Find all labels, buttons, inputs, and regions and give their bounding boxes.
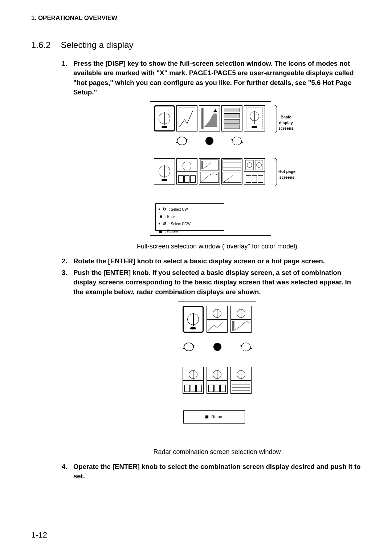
combo-cell-6 xyxy=(230,367,252,394)
svg-rect-5 xyxy=(201,161,203,169)
step-4: Operate the [ENTER] knob to select the c… xyxy=(62,462,361,481)
brace-basic-label: Basic display screens xyxy=(278,114,294,131)
svg-point-17 xyxy=(184,343,193,351)
cell-page3: PAGE 3 xyxy=(199,158,220,185)
svg-point-15 xyxy=(257,163,262,168)
svg-point-14 xyxy=(247,163,252,168)
svg-rect-12 xyxy=(246,160,253,170)
rotate-cw-icon xyxy=(176,135,188,146)
cell-sounder: SOUNDER xyxy=(199,105,220,131)
svg-rect-0 xyxy=(201,108,204,129)
rotate-ccw-icon xyxy=(240,341,252,352)
cell-plotter: PLOTTER xyxy=(176,105,197,131)
combo-cell-3 xyxy=(230,306,252,333)
chapter-header: 1. OPERATIONAL OVERVIEW xyxy=(31,15,361,22)
svg-point-2 xyxy=(205,137,213,145)
svg-point-1 xyxy=(177,137,187,145)
figure-radar-combination: ◼: Return xyxy=(178,301,256,441)
svg-rect-16 xyxy=(232,321,234,331)
page-number: 1-12 xyxy=(31,530,47,540)
step-4-text: Operate the [ENTER] knob to select the c… xyxy=(73,463,361,480)
step-1-text: Press the [DISP] key to show the full-sc… xyxy=(73,60,354,96)
brace-hotpage-icon xyxy=(272,158,277,186)
key-return: : Return xyxy=(165,228,178,234)
cell-navdata: NAV DATA xyxy=(221,105,242,131)
svg-point-19 xyxy=(241,343,251,351)
section-heading: 1.6.2 Selecting a display xyxy=(31,40,361,50)
key-ccw: : Select CCW xyxy=(169,221,191,227)
figure1-key-legend: ↻: Select CW ■: Enter ↺: Select CCW ◼: R… xyxy=(155,203,224,231)
section-title: Selecting a display xyxy=(61,40,133,50)
svg-rect-6 xyxy=(200,172,219,183)
brace-basic-icon xyxy=(272,105,277,133)
combo-cell-1 xyxy=(183,306,204,333)
section-number: 1.6.2 xyxy=(31,40,50,50)
key-enter: : Enter xyxy=(165,214,176,219)
figure1-caption: Full-screen selection window ("overlay" … xyxy=(73,242,361,251)
step-2: Rotate the [ENTER] knob to select a basi… xyxy=(62,256,361,266)
figure-full-screen-selection: RADAR PLOTTER xyxy=(150,101,284,236)
figure2-key-return: : Return xyxy=(209,414,223,419)
step-3: Push the [ENTER] knob. If you selected a… xyxy=(62,268,361,457)
figure2-key-legend: ◼: Return xyxy=(183,410,245,424)
combo-cell-4 xyxy=(183,367,204,394)
brace-hotpage-label: Hot page screens xyxy=(278,169,295,180)
cell-page1: PAGE 1 xyxy=(154,158,175,185)
figure2-caption: Radar combination screen selection windo… xyxy=(73,447,361,457)
combo-cell-5 xyxy=(207,367,228,394)
key-cw: : Select CW xyxy=(169,207,188,212)
cell-page5: PAGE 5 xyxy=(244,158,265,185)
cell-radar: RADAR xyxy=(154,105,175,131)
combo-cell-2 xyxy=(207,306,228,333)
rotate-cw-icon xyxy=(183,341,195,352)
svg-point-3 xyxy=(232,137,242,145)
step-1: Press the [DISP] key to show the full-sc… xyxy=(62,59,361,251)
cell-page2: PAGE 2 xyxy=(176,158,197,185)
step-3-text: Push the [ENTER] knob. If you selected a… xyxy=(73,269,351,296)
svg-rect-13 xyxy=(255,160,263,170)
cell-page4: PAGE 4 xyxy=(221,158,242,185)
step-2-text: Rotate the [ENTER] knob to select a basi… xyxy=(73,257,325,265)
svg-point-18 xyxy=(213,343,221,351)
push-knob-icon xyxy=(211,341,224,352)
cell-overlay: OVERLAY xyxy=(244,105,265,131)
rotate-ccw-icon xyxy=(231,135,243,146)
push-knob-icon xyxy=(203,135,216,146)
